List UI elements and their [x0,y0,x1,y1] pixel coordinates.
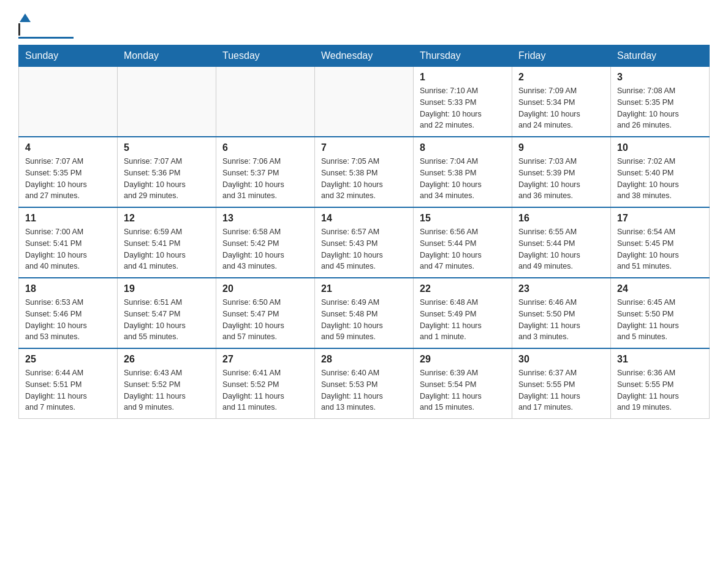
day-number: 5 [124,142,210,153]
day-info: Sunrise: 6:46 AMSunset: 5:50 PMDaylight:… [518,297,604,343]
calendar-header-wednesday: Wednesday [315,45,414,67]
day-number: 15 [420,213,506,224]
calendar-cell: 8Sunrise: 7:04 AMSunset: 5:38 PMDaylight… [414,137,512,207]
svg-marker-0 [20,13,31,22]
calendar-cell: 5Sunrise: 7:07 AMSunset: 5:36 PMDaylight… [118,137,216,207]
day-number: 26 [124,354,210,365]
calendar-cell: 31Sunrise: 6:36 AMSunset: 5:55 PMDayligh… [611,348,710,419]
calendar-cell: 6Sunrise: 7:06 AMSunset: 5:37 PMDaylight… [216,137,315,207]
calendar-cell: 17Sunrise: 6:54 AMSunset: 5:45 PMDayligh… [611,207,710,278]
day-number: 19 [124,283,210,294]
day-info: Sunrise: 7:06 AMSunset: 5:37 PMDaylight:… [222,156,308,202]
day-number: 23 [518,283,604,294]
calendar-cell [216,67,315,137]
calendar-cell: 16Sunrise: 6:55 AMSunset: 5:44 PMDayligh… [512,207,611,278]
day-info: Sunrise: 6:54 AMSunset: 5:45 PMDaylight:… [617,226,703,272]
day-number: 7 [321,142,407,153]
day-info: Sunrise: 6:56 AMSunset: 5:44 PMDaylight:… [420,226,506,272]
calendar-cell: 13Sunrise: 6:58 AMSunset: 5:42 PMDayligh… [216,207,315,278]
calendar-cell: 23Sunrise: 6:46 AMSunset: 5:50 PMDayligh… [512,278,611,348]
calendar-cell: 14Sunrise: 6:57 AMSunset: 5:43 PMDayligh… [315,207,414,278]
day-info: Sunrise: 7:02 AMSunset: 5:40 PMDaylight:… [617,156,703,202]
logo-triangle-icon [20,12,31,23]
calendar-cell: 9Sunrise: 7:03 AMSunset: 5:39 PMDaylight… [512,137,611,207]
day-number: 30 [518,354,604,365]
day-number: 3 [617,72,703,83]
calendar-cell: 30Sunrise: 6:37 AMSunset: 5:55 PMDayligh… [512,348,611,419]
day-number: 10 [617,142,703,153]
day-info: Sunrise: 7:08 AMSunset: 5:35 PMDaylight:… [617,85,703,131]
calendar-cell [315,67,414,137]
day-info: Sunrise: 6:48 AMSunset: 5:49 PMDaylight:… [420,297,506,343]
calendar-week-4: 18Sunrise: 6:53 AMSunset: 5:46 PMDayligh… [19,278,710,348]
day-number: 12 [124,213,210,224]
day-number: 16 [518,213,604,224]
logo-underline [18,37,74,39]
calendar-header-thursday: Thursday [414,45,512,67]
day-number: 18 [25,283,111,294]
day-info: Sunrise: 6:53 AMSunset: 5:46 PMDaylight:… [25,297,111,343]
day-info: Sunrise: 6:49 AMSunset: 5:48 PMDaylight:… [321,297,407,343]
day-number: 4 [25,142,111,153]
calendar-cell: 27Sunrise: 6:41 AMSunset: 5:52 PMDayligh… [216,348,315,419]
day-number: 17 [617,213,703,224]
calendar-cell: 21Sunrise: 6:49 AMSunset: 5:48 PMDayligh… [315,278,414,348]
day-number: 22 [420,283,506,294]
calendar-cell: 12Sunrise: 6:59 AMSunset: 5:41 PMDayligh… [118,207,216,278]
calendar-cell: 15Sunrise: 6:56 AMSunset: 5:44 PMDayligh… [414,207,512,278]
day-number: 29 [420,354,506,365]
calendar-cell: 25Sunrise: 6:44 AMSunset: 5:51 PMDayligh… [19,348,118,419]
day-number: 13 [222,213,308,224]
calendar-cell: 28Sunrise: 6:40 AMSunset: 5:53 PMDayligh… [315,348,414,419]
calendar-header-row: SundayMondayTuesdayWednesdayThursdayFrid… [19,45,710,67]
day-info: Sunrise: 6:36 AMSunset: 5:55 PMDaylight:… [617,367,703,413]
day-info: Sunrise: 6:43 AMSunset: 5:52 PMDaylight:… [124,367,210,413]
day-number: 25 [25,354,111,365]
calendar-cell: 11Sunrise: 7:00 AMSunset: 5:41 PMDayligh… [19,207,118,278]
day-info: Sunrise: 6:41 AMSunset: 5:52 PMDaylight:… [222,367,308,413]
day-info: Sunrise: 6:50 AMSunset: 5:47 PMDaylight:… [222,297,308,343]
day-info: Sunrise: 6:59 AMSunset: 5:41 PMDaylight:… [124,226,210,272]
calendar-cell [118,67,216,137]
calendar-cell: 10Sunrise: 7:02 AMSunset: 5:40 PMDayligh… [611,137,710,207]
calendar-cell [19,67,118,137]
calendar-cell: 3Sunrise: 7:08 AMSunset: 5:35 PMDaylight… [611,67,710,137]
day-info: Sunrise: 7:04 AMSunset: 5:38 PMDaylight:… [420,156,506,202]
day-info: Sunrise: 7:05 AMSunset: 5:38 PMDaylight:… [321,156,407,202]
day-info: Sunrise: 6:40 AMSunset: 5:53 PMDaylight:… [321,367,407,413]
day-number: 11 [25,213,111,224]
day-info: Sunrise: 6:37 AMSunset: 5:55 PMDaylight:… [518,367,604,413]
calendar-week-5: 25Sunrise: 6:44 AMSunset: 5:51 PMDayligh… [19,348,710,419]
day-info: Sunrise: 7:10 AMSunset: 5:33 PMDaylight:… [420,85,506,131]
logo [18,12,74,39]
day-number: 28 [321,354,407,365]
day-number: 6 [222,142,308,153]
day-number: 27 [222,354,308,365]
calendar-cell: 18Sunrise: 6:53 AMSunset: 5:46 PMDayligh… [19,278,118,348]
day-number: 21 [321,283,407,294]
day-info: Sunrise: 6:44 AMSunset: 5:51 PMDaylight:… [25,367,111,413]
day-number: 9 [518,142,604,153]
day-number: 2 [518,72,604,83]
day-info: Sunrise: 7:09 AMSunset: 5:34 PMDaylight:… [518,85,604,131]
calendar-cell: 1Sunrise: 7:10 AMSunset: 5:33 PMDaylight… [414,67,512,137]
calendar-header-tuesday: Tuesday [216,45,315,67]
day-number: 31 [617,354,703,365]
calendar-cell: 29Sunrise: 6:39 AMSunset: 5:54 PMDayligh… [414,348,512,419]
calendar-header-saturday: Saturday [611,45,710,67]
calendar-header-monday: Monday [118,45,216,67]
calendar-cell: 19Sunrise: 6:51 AMSunset: 5:47 PMDayligh… [118,278,216,348]
day-info: Sunrise: 6:45 AMSunset: 5:50 PMDaylight:… [617,297,703,343]
day-info: Sunrise: 6:58 AMSunset: 5:42 PMDaylight:… [222,226,308,272]
calendar-cell: 20Sunrise: 6:50 AMSunset: 5:47 PMDayligh… [216,278,315,348]
day-number: 24 [617,283,703,294]
day-info: Sunrise: 7:00 AMSunset: 5:41 PMDaylight:… [25,226,111,272]
calendar-cell: 22Sunrise: 6:48 AMSunset: 5:49 PMDayligh… [414,278,512,348]
day-number: 8 [420,142,506,153]
day-info: Sunrise: 6:51 AMSunset: 5:47 PMDaylight:… [124,297,210,343]
page-header [18,12,710,39]
calendar-table: SundayMondayTuesdayWednesdayThursdayFrid… [18,45,710,419]
day-info: Sunrise: 7:07 AMSunset: 5:36 PMDaylight:… [124,156,210,202]
day-number: 20 [222,283,308,294]
calendar-cell: 7Sunrise: 7:05 AMSunset: 5:38 PMDaylight… [315,137,414,207]
